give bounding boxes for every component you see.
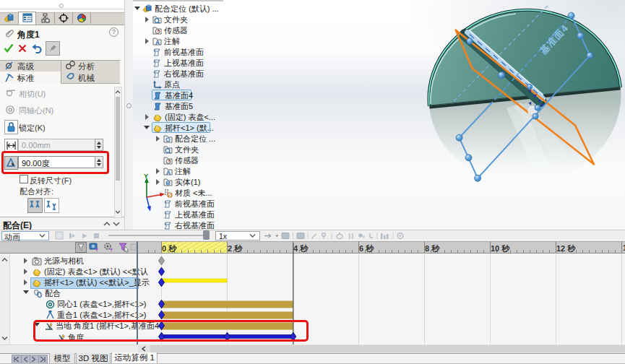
svg-text:A: A — [155, 39, 160, 46]
svg-text:Y: Y — [144, 173, 148, 180]
